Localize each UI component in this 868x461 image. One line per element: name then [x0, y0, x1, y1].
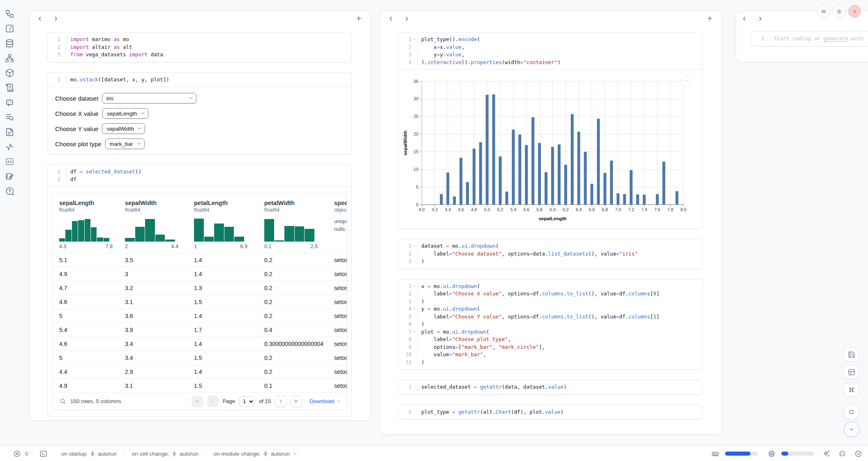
- code-token: ): [421, 298, 425, 304]
- error-indicator[interactable]: [13, 450, 21, 458]
- code-token: ]: [656, 290, 660, 297]
- notebook-cell: 1mo.vstack([dataset, x, y, plot])Choose …: [47, 72, 352, 155]
- fold-chevron-icon[interactable]: [412, 307, 417, 311]
- svg-text:6.2: 6.2: [563, 207, 569, 212]
- fold-chevron-icon[interactable]: [412, 284, 417, 288]
- close-icon: [852, 8, 858, 15]
- code-editor[interactable]: 1Start coding or generate with: [751, 32, 868, 46]
- sidebar-item-dependency-graph[interactable]: [5, 53, 15, 63]
- collapse-column-button[interactable]: [388, 15, 395, 22]
- notebook-column-2: 1plot_type().encode(2 x=x.value,3 y=y.va…: [380, 11, 722, 435]
- add-cell-button[interactable]: [355, 15, 362, 22]
- first-page-button[interactable]: [192, 396, 203, 407]
- sidebar-item-scratchpad[interactable]: [5, 83, 15, 92]
- line-number-gutter: 1: [751, 35, 770, 43]
- run-button[interactable]: [844, 422, 859, 437]
- frame-button[interactable]: [844, 404, 859, 420]
- code-editor[interactable]: 1dataset = mo.ui.dropdown(2 label="Choos…: [399, 239, 702, 269]
- menu-button[interactable]: [817, 5, 830, 18]
- line-number: 3: [409, 258, 417, 265]
- code-token: mo: [120, 36, 129, 42]
- altair-bar-chart[interactable]: 4.04.24.44.64.85.05.25.45.65.86.06.26.46…: [401, 74, 699, 224]
- table-row[interactable]: 5.13.51.40.2setos: [53, 253, 347, 267]
- code-editor[interactable]: 1df = selected_dataset()2df: [48, 165, 351, 187]
- line-number-gutter: 1: [399, 383, 418, 391]
- layout-button[interactable]: [844, 365, 859, 379]
- expand-column-button[interactable]: [757, 15, 764, 22]
- fold-chevron-icon[interactable]: [412, 244, 417, 248]
- check-circle-button[interactable]: [854, 450, 862, 458]
- sidebar-item-datasources[interactable]: [5, 38, 15, 48]
- terminal-button[interactable]: [39, 450, 47, 458]
- table-row[interactable]: 4.42.91.40.2setos: [53, 364, 347, 378]
- runtime-mode-1[interactable]: on startup:autorun: [61, 451, 117, 457]
- code-token: df.: [619, 290, 629, 297]
- next-page-button[interactable]: [275, 396, 286, 407]
- settings-button[interactable]: [833, 5, 845, 18]
- column-name: petalLength: [194, 200, 254, 206]
- table-column-header[interactable]: petalWidthfloat640.12.5: [258, 194, 328, 253]
- table-row[interactable]: 53.61.40.2setos: [53, 309, 347, 323]
- copilot-button[interactable]: [838, 450, 846, 458]
- sparkles-button[interactable]: [822, 450, 830, 458]
- chart-bar: [446, 173, 449, 205]
- runtime-mode-2[interactable]: on cell change:autorun: [132, 451, 199, 457]
- fold-chevron-icon[interactable]: [412, 37, 417, 41]
- sidebar-item-packages[interactable]: [5, 68, 15, 78]
- chart-actions-button[interactable]: [681, 76, 692, 86]
- add-cell-button[interactable]: [706, 15, 713, 22]
- code-line: 3): [399, 298, 702, 306]
- collapse-column-button[interactable]: [741, 15, 748, 22]
- table-row[interactable]: 4.63.41.40.30000000000000004setos: [53, 337, 347, 350]
- code-editor[interactable]: 1import marimo as mo2import altair as al…: [48, 32, 351, 62]
- table-row[interactable]: 5.43.91.70.4setos: [53, 323, 347, 337]
- search-icon[interactable]: [59, 398, 66, 405]
- sidebar-item-logs[interactable]: [5, 112, 15, 122]
- expand-column-button[interactable]: [52, 15, 59, 22]
- svg-text:10: 10: [413, 167, 418, 172]
- runtime-mode-3[interactable]: on module change:autorun: [213, 451, 298, 457]
- table-row[interactable]: 4.63.11.50.2setos: [53, 295, 347, 309]
- code-token: mo.: [431, 283, 443, 289]
- code-text: ): [418, 359, 425, 366]
- sidebar-item-help[interactable]: [5, 186, 15, 196]
- save-button[interactable]: [844, 348, 859, 362]
- choose-x-value-select[interactable]: sepalLength: [102, 108, 148, 119]
- table-column-header[interactable]: petalLengthfloat6416.9: [187, 194, 258, 253]
- chart-bar: [558, 144, 561, 205]
- table-row[interactable]: 4.93.11.50.1setos: [53, 378, 347, 392]
- table-row[interactable]: 4.73.21.30.2setos: [53, 281, 347, 295]
- choose-plot-type-select[interactable]: mark_bar: [105, 138, 145, 149]
- code-editor[interactable]: 1plot_type().encode(2 x=x.value,3 y=y.va…: [399, 32, 702, 69]
- page-select[interactable]: 1: [239, 396, 255, 406]
- mode-label: on module change:: [213, 451, 261, 457]
- download-button[interactable]: Download: [309, 398, 341, 404]
- code-editor[interactable]: 1x = mo.ui.dropdown(2 label="Choose X va…: [399, 279, 702, 370]
- table-row[interactable]: 4.931.40.2setos: [53, 267, 347, 281]
- close-button[interactable]: [848, 5, 861, 18]
- collapse-column-button[interactable]: [37, 15, 44, 22]
- sidebar-item-notebook[interactable]: [5, 171, 15, 181]
- table-column-header[interactable]: speciobjecuniqunulls:: [328, 194, 347, 253]
- generate-link[interactable]: generate: [823, 35, 848, 41]
- sidebar-item-documentation[interactable]: [5, 127, 15, 137]
- expand-column-button[interactable]: [403, 15, 410, 22]
- choose-y-value-select[interactable]: sepalWidth: [102, 123, 145, 134]
- table-column-header[interactable]: sepalWidthfloat6424.4: [118, 194, 187, 253]
- code-editor[interactable]: 1plot_type = getattr(alt.Chart(df), plot…: [399, 405, 702, 420]
- code-editor[interactable]: 1selected_dataset = getattr(data, datase…: [399, 380, 702, 394]
- code-token: interactive: [427, 59, 462, 65]
- code-editor[interactable]: 1mo.vstack([dataset, x, y, plot]): [48, 73, 351, 87]
- table-row[interactable]: 53.41.50.2setos: [53, 350, 347, 364]
- sidebar-item-file-explorer[interactable]: [5, 9, 15, 18]
- last-page-button[interactable]: [291, 396, 302, 407]
- sidebar-item-marimo-file[interactable]: f: [5, 23, 15, 33]
- sidebar-item-snippets[interactable]: [5, 157, 15, 166]
- sidebar-item-ai-chat[interactable]: [5, 97, 15, 107]
- fold-chevron-icon[interactable]: [412, 330, 417, 334]
- shortcuts-button[interactable]: [844, 383, 859, 397]
- table-column-header[interactable]: sepalLengthfloat644.37.9: [53, 194, 118, 253]
- prev-page-button[interactable]: [207, 396, 219, 407]
- sidebar-item-tracing[interactable]: [5, 142, 15, 152]
- choose-dataset-select[interactable]: iris: [102, 93, 196, 104]
